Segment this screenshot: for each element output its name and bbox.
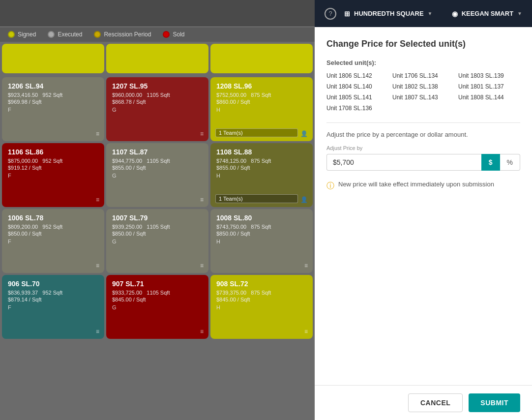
unit-ppsf: $919.12 / Sqft bbox=[8, 165, 98, 171]
sold-dot bbox=[163, 31, 170, 38]
unit-ppsf: $879.14 / Sqft bbox=[8, 297, 98, 302]
rescission-label: Rescission Period bbox=[104, 31, 151, 38]
unit-id: 907 SL.71 bbox=[112, 280, 203, 288]
unit-ref: Unit 1805 SL.141 bbox=[326, 93, 388, 102]
unit-id: 1008 SL.80 bbox=[216, 214, 307, 222]
legend-bar: Signed Executed Rescission Period Sold bbox=[0, 27, 315, 42]
unit-id: 1106 SL.86 bbox=[8, 148, 98, 156]
help-icon[interactable]: ? bbox=[325, 8, 336, 20]
divider bbox=[326, 122, 520, 123]
unit-ppsf: $850.00 / Sqft bbox=[216, 231, 307, 237]
unit-ppsf: $860.00 / Sqft bbox=[216, 99, 307, 105]
submit-button[interactable]: SUBMIT bbox=[469, 393, 520, 412]
unit-card[interactable]: 1007 SL.79 $939,250.00 1105 Sqft $850.00… bbox=[106, 209, 208, 273]
legend-sold: Sold bbox=[163, 31, 184, 38]
unit-card[interactable]: 1207 SL.95 $960,000.00 1105 Sqft $868.78… bbox=[106, 77, 208, 141]
unit-id: 1007 SL.79 bbox=[112, 214, 203, 222]
unit-ppsf: $868.78 / Sqft bbox=[112, 99, 203, 105]
background-grid: Signed Executed Rescission Period Sold 1… bbox=[0, 0, 315, 420]
team-badge: 1 Team(s) bbox=[215, 194, 298, 203]
unit-ref: Unit 1806 SL.142 bbox=[326, 71, 388, 80]
unit-ppsf: $855.00 / Sqft bbox=[112, 165, 203, 171]
units-list: Unit 1806 SL.142Unit 1706 SL.134Unit 180… bbox=[326, 71, 520, 113]
notice-text: New price will take effect immediately u… bbox=[338, 180, 494, 188]
building-label: HUNDREDTH SQUARE bbox=[354, 10, 424, 17]
legend-rescission: Rescission Period bbox=[94, 31, 151, 38]
icon-row: ≡ bbox=[200, 328, 204, 335]
unit-price: $748,125.00 875 Sqft bbox=[216, 158, 307, 164]
unit-price: $836,939.37 952 Sqft bbox=[8, 290, 98, 296]
icon-row: ≡ bbox=[304, 328, 308, 335]
unit-card[interactable]: 1106 SL.86 $875,000.00 952 Sqft $919.12 … bbox=[2, 143, 104, 207]
unit-card[interactable]: 1008 SL.80 $743,750.00 875 Sqft $850.00 … bbox=[210, 209, 313, 273]
cancel-button[interactable]: CANCEL bbox=[408, 393, 463, 412]
unit-card[interactable]: 1206 SL.94 $923,416.50 952 Sqft $969.98 … bbox=[2, 77, 104, 141]
unit-ref: Unit 1706 SL.134 bbox=[392, 71, 454, 80]
icon-row: ≡ bbox=[200, 262, 204, 269]
bg-topbar bbox=[0, 0, 315, 27]
team-badge: 1 Team(s) bbox=[215, 128, 298, 137]
doc-icon: ≡ bbox=[96, 196, 99, 203]
unit-card[interactable]: 908 SL.72 $739,375.00 875 Sqft $845.00 /… bbox=[210, 275, 313, 339]
unit-id: 1108 SL.88 bbox=[216, 148, 307, 156]
unit-card[interactable]: 1208 SL.96 $752,500.00 875 Sqft $860.00 … bbox=[210, 77, 313, 141]
icon-row: 👤 bbox=[300, 130, 308, 137]
unit-ref: Unit 1807 SL.143 bbox=[392, 93, 454, 102]
unit-id: 1206 SL.94 bbox=[8, 82, 98, 90]
info-icon: ⓘ bbox=[326, 181, 334, 191]
unit-ref: Unit 1804 SL.140 bbox=[326, 82, 388, 91]
doc-icon: ≡ bbox=[200, 328, 204, 335]
panel-header: ? ⊞ HUNDREDTH SQUARE ▼ ◉ KEEGAN SMART ▼ bbox=[315, 0, 532, 27]
unit-type: H bbox=[216, 173, 307, 179]
price-input[interactable] bbox=[326, 154, 481, 171]
unit-id: 1006 SL.78 bbox=[8, 214, 98, 222]
signed-label: Signed bbox=[18, 31, 36, 38]
unit-ppsf: $855.00 / Sqft bbox=[216, 165, 307, 171]
unit-card[interactable]: 1108 SL.88 $748,125.00 875 Sqft $855.00 … bbox=[210, 143, 313, 207]
unit-ppsf: $850.00 / Sqft bbox=[112, 231, 203, 237]
unit-card[interactable]: 1006 SL.78 $809,200.00 952 Sqft $850.00 … bbox=[2, 209, 104, 273]
unit-type: F bbox=[8, 107, 98, 113]
doc-icon: ≡ bbox=[200, 130, 204, 137]
unit-type: H bbox=[216, 304, 307, 310]
rescission-dot bbox=[94, 31, 101, 38]
doc-icon: ≡ bbox=[304, 262, 308, 269]
panel-title: Change Price for Selected unit(s) bbox=[326, 39, 520, 49]
dollar-button[interactable]: $ bbox=[481, 154, 500, 171]
unit-card[interactable]: 906 SL.70 $836,939.37 952 Sqft $879.14 /… bbox=[2, 275, 104, 339]
icon-row: ≡ bbox=[96, 196, 99, 203]
adjust-description: Adjust the price by a percentage or doll… bbox=[326, 131, 520, 138]
percent-button[interactable]: % bbox=[500, 154, 520, 171]
placeholder-card-2 bbox=[106, 44, 208, 73]
unit-ppsf: $845.00 / Sqft bbox=[216, 297, 307, 302]
unit-card[interactable]: 907 SL.71 $933,725.00 1105 Sqft $845.00 … bbox=[106, 275, 208, 339]
unit-price: $939,250.00 1105 Sqft bbox=[112, 224, 203, 230]
unit-type: G bbox=[112, 107, 203, 113]
placeholder-card-3 bbox=[210, 44, 313, 73]
unit-ppsf: $969.98 / Sqft bbox=[8, 99, 98, 105]
sold-label: Sold bbox=[173, 31, 184, 38]
placeholder-card-1 bbox=[2, 44, 104, 73]
icon-row: ≡ bbox=[200, 196, 204, 203]
unit-type: F bbox=[8, 173, 98, 179]
unit-type: G bbox=[112, 173, 203, 179]
user-icon: ◉ bbox=[452, 10, 458, 18]
unit-price: $923,416.50 952 Sqft bbox=[8, 92, 98, 98]
unit-card[interactable]: 1107 SL.87 $944,775.00 1105 Sqft $855.00… bbox=[106, 143, 208, 207]
unit-id: 1207 SL.95 bbox=[112, 82, 203, 90]
building-selector[interactable]: ⊞ HUNDREDTH SQUARE ▼ bbox=[344, 10, 432, 18]
person-icon: 👤 bbox=[300, 130, 308, 137]
building-icon: ⊞ bbox=[344, 10, 350, 18]
unit-ref: Unit 1802 SL.138 bbox=[392, 82, 454, 91]
doc-icon: ≡ bbox=[200, 196, 204, 203]
adjust-price-section: Adjust Price by $ % bbox=[326, 145, 520, 171]
unit-price: $875,000.00 952 Sqft bbox=[8, 158, 98, 164]
unit-type: G bbox=[112, 304, 203, 310]
user-selector[interactable]: ◉ KEEGAN SMART ▼ bbox=[452, 10, 522, 18]
unit-id: 1208 SL.96 bbox=[216, 82, 307, 90]
panel-content: Change Price for Selected unit(s) Select… bbox=[315, 27, 532, 385]
icon-row: ≡ bbox=[96, 328, 99, 335]
signed-dot bbox=[8, 31, 15, 38]
unit-id: 908 SL.72 bbox=[216, 280, 307, 288]
adjust-price-row: $ % bbox=[326, 154, 520, 171]
